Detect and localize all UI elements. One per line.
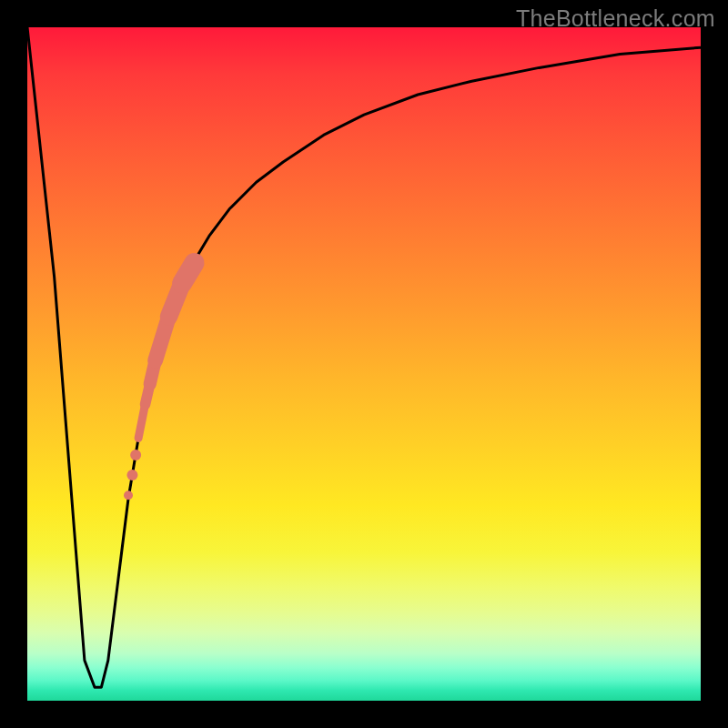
chart-svg	[27, 27, 701, 701]
bottleneck-curve	[27, 27, 701, 687]
watermark-text: TheBottleneck.com	[516, 5, 715, 32]
highlight-segment	[182, 263, 194, 283]
plot-area	[27, 27, 701, 701]
highlight-dot	[124, 490, 133, 500]
highlight-dot	[130, 450, 141, 460]
chart-frame: TheBottleneck.com	[0, 0, 728, 728]
highlight-dot	[126, 470, 137, 480]
